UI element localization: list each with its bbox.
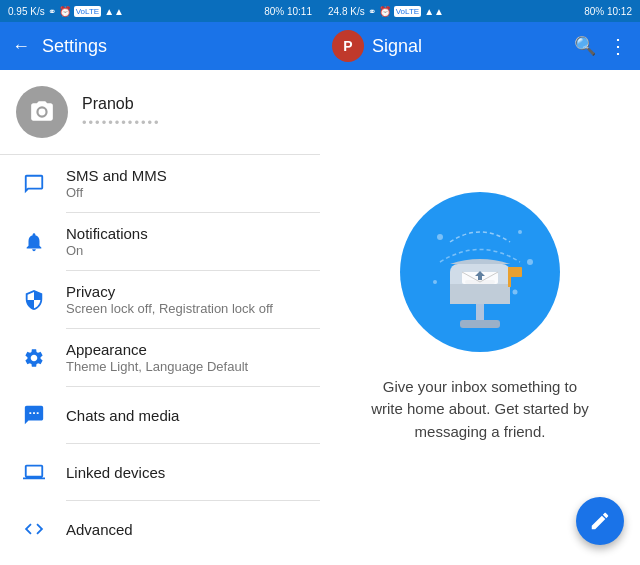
right-status-bar: 24.8 K/s ⚭ ⏰ VoLTE ▲▲ 80% 10:12 (320, 0, 640, 22)
camera-icon (29, 99, 55, 125)
settings-item-appearance[interactable]: Appearance Theme Light, Language Default (0, 329, 320, 386)
svg-point-3 (433, 280, 437, 284)
appearance-sublabel: Theme Light, Language Default (66, 359, 304, 374)
right-signal-icon: ▲▲ (424, 6, 444, 17)
mailbox-svg (420, 212, 540, 332)
privacy-sublabel: Screen lock off, Registration lock off (66, 301, 304, 316)
right-top-bar: P Signal 🔍 ⋮ (320, 22, 640, 70)
svg-point-0 (437, 234, 443, 240)
right-battery-time: 80% 10:12 (584, 6, 632, 17)
privacy-label: Privacy (66, 283, 304, 300)
right-status-right: 80% 10:12 (584, 6, 632, 17)
svg-point-2 (527, 259, 533, 265)
avatar (16, 86, 68, 138)
left-panel: 0.95 K/s ⚭ ⏰ VoLTE ▲▲ 80% 10:11 ← Settin… (0, 0, 320, 565)
appearance-label: Appearance (66, 341, 304, 358)
profile-section[interactable]: Pranob •••••••••••• (0, 70, 320, 155)
right-panel: 24.8 K/s ⚭ ⏰ VoLTE ▲▲ 80% 10:12 P Signal… (320, 0, 640, 565)
signal-title: Signal (372, 36, 566, 57)
left-status-left: 0.95 K/s ⚭ ⏰ VoLTE ▲▲ (8, 6, 124, 17)
code-icon (16, 518, 52, 540)
advanced-text: Advanced (66, 521, 304, 538)
notifications-text: Notifications On (66, 225, 304, 258)
search-icon[interactable]: 🔍 (574, 35, 596, 57)
profile-subtitle: •••••••••••• (82, 115, 161, 130)
notifications-sublabel: On (66, 243, 304, 258)
settings-item-chats[interactable]: Chats and media (0, 387, 320, 443)
mailbox-illustration (400, 192, 560, 352)
profile-name: Pranob (82, 95, 161, 113)
linked-label: Linked devices (66, 464, 304, 481)
privacy-text: Privacy Screen lock off, Registration lo… (66, 283, 304, 316)
svg-rect-10 (508, 267, 522, 277)
settings-item-privacy[interactable]: Privacy Screen lock off, Registration lo… (0, 271, 320, 328)
settings-item-linked[interactable]: Linked devices (0, 444, 320, 500)
top-bar-icons: 🔍 ⋮ (574, 34, 628, 58)
empty-state-text: Give your inbox something to write home … (370, 376, 590, 444)
right-bluetooth-icon: ⚭ (368, 6, 376, 17)
svg-point-4 (513, 289, 518, 294)
bell-icon (16, 231, 52, 253)
right-status-left: 24.8 K/s ⚭ ⏰ VoLTE ▲▲ (328, 6, 444, 17)
settings-item-notifications[interactable]: Notifications On (0, 213, 320, 270)
left-status-bar: 0.95 K/s ⚭ ⏰ VoLTE ▲▲ 80% 10:11 (0, 0, 320, 22)
profile-info: Pranob •••••••••••• (82, 95, 161, 130)
appearance-text: Appearance Theme Light, Language Default (66, 341, 304, 374)
back-button[interactable]: ← (12, 36, 30, 57)
svg-rect-6 (460, 320, 500, 328)
volte-badge: VoLTE (74, 6, 101, 17)
pencil-icon (589, 510, 611, 532)
advanced-label: Advanced (66, 521, 304, 538)
shield-icon (16, 289, 52, 311)
more-icon[interactable]: ⋮ (608, 34, 628, 58)
sms-sublabel: Off (66, 185, 304, 200)
empty-state: Give your inbox something to write home … (320, 70, 640, 565)
settings-title: Settings (42, 36, 308, 57)
settings-item-sms[interactable]: SMS and MMS Off (0, 155, 320, 212)
right-speed: 24.8 K/s (328, 6, 365, 17)
chats-text: Chats and media (66, 407, 304, 424)
right-volte-badge: VoLTE (394, 6, 421, 17)
notifications-label: Notifications (66, 225, 304, 242)
bluetooth-icon: ⚭ (48, 6, 56, 17)
compose-fab[interactable] (576, 497, 624, 545)
bubble-icon (16, 404, 52, 426)
left-speed: 0.95 K/s (8, 6, 45, 17)
signal-avatar: P (332, 30, 364, 62)
sms-label: SMS and MMS (66, 167, 304, 184)
settings-item-advanced[interactable]: Advanced (0, 501, 320, 557)
left-top-bar: ← Settings (0, 22, 320, 70)
chats-label: Chats and media (66, 407, 304, 424)
settings-list: SMS and MMS Off Notifications On Privacy… (0, 155, 320, 565)
linked-text: Linked devices (66, 464, 304, 481)
svg-point-1 (518, 230, 522, 234)
left-battery-time: 80% 10:11 (264, 6, 312, 17)
alarm-icon: ⏰ (59, 6, 71, 17)
sms-text: SMS and MMS Off (66, 167, 304, 200)
left-status-right: 80% 10:11 (264, 6, 312, 17)
signal-icon: ▲▲ (104, 6, 124, 17)
appearance-icon (16, 347, 52, 369)
chat-icon (16, 173, 52, 195)
right-alarm-icon: ⏰ (379, 6, 391, 17)
svg-rect-8 (450, 284, 510, 304)
laptop-icon (16, 461, 52, 483)
